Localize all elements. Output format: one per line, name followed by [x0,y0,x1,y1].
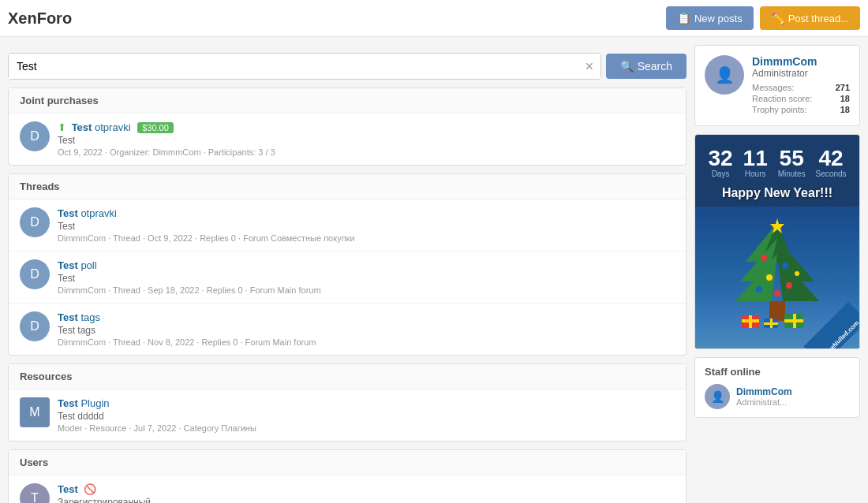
list-item: T Test 🚫 Зарегистрированный Messages: 43… [9,475,686,503]
svg-point-13 [795,271,799,276]
result-link[interactable]: Test tags [58,311,100,323]
list-item: D Test poll Test DimmmCom · Thread · Sep… [9,251,686,304]
result-link[interactable]: Test poll [58,259,97,271]
user-avatar: 👤 [705,55,744,95]
result-title: Test poll [58,259,675,271]
staff-info: DimmmCom Administrat... [736,386,792,407]
search-clear-button[interactable]: ✕ [585,60,594,73]
result-desc: Test tags [58,325,675,336]
result-desc: Test [58,135,675,146]
search-icon: 🔍 [620,60,634,73]
new-posts-icon: 📋 [677,12,690,24]
result-link[interactable]: Test Plugin [58,397,110,409]
countdown-numbers: 32 Days 11 Hours 55 Minutes 42 Seconds [695,135,859,181]
result-title: Test Plugin [58,397,675,409]
result-meta: DimmmCom · Thread · Oct 9, 2022 · Replie… [58,233,675,243]
result-content: Test poll Test DimmmCom · Thread · Sep 1… [58,259,675,295]
svg-rect-6 [769,301,785,321]
avatar: M [20,397,50,427]
joint-purchases-section: Joint purchases D ⬆ Test otpravki $30.00 [8,88,687,166]
post-thread-button[interactable]: ✏️ Post thread... [760,6,860,30]
result-content: ⬆ Test otpravki $30.00 Test Oct 9, 2022 … [58,121,675,157]
resources-header: Resources [9,364,686,389]
price-badge: $30.00 [137,122,174,133]
users-header: Users [9,450,686,475]
post-thread-icon: ✏️ [771,12,784,24]
ban-icon: 🚫 [84,483,96,495]
result-link[interactable]: Test otpravki [72,121,134,133]
result-title: Test tags [58,311,675,323]
reaction-label: Reaction score: [752,94,812,103]
threads-section: Threads D Test otpravki Test DimmmCom · … [8,173,687,356]
result-desc: Зарегистрированный [58,497,675,503]
list-item: M Test Plugin Test ddddd Moder · Resourc… [9,389,686,441]
result-title: Test otpravki [58,207,675,219]
trophy-label: Trophy points: [752,105,806,114]
user-info: DimmmCom Administrator Messages: 271 Rea… [752,55,850,116]
upload-icon: ⬆ [58,121,66,133]
result-content: Test tags Test tags DimmmCom · Thread · … [58,311,675,347]
trophy-value: 18 [840,105,850,114]
result-link[interactable]: Test otpravki [58,207,117,219]
countdown-message: Happy New Year!!! [695,181,859,207]
avatar: D [20,311,50,341]
messages-value: 271 [836,83,850,92]
new-posts-button[interactable]: 📋 New posts [666,6,754,30]
result-meta: Moder · Resource · Jul 7, 2022 · Categor… [58,423,675,433]
svg-point-11 [786,282,792,289]
joint-purchases-header: Joint purchases [9,88,686,114]
messages-label: Messages: [752,83,794,92]
staff-online-title: Staff online [705,366,850,378]
result-desc: Test [58,221,675,232]
countdown-minutes: 55 Minutes [778,147,806,178]
user-card: 👤 DimmmCom Administrator Messages: 271 R… [694,45,860,126]
staff-role: Administrat... [736,397,792,407]
result-desc: Test ddddd [58,411,675,422]
countdown-days: 32 Days [708,147,732,178]
search-input[interactable] [9,54,600,79]
result-desc: Test [58,273,675,284]
result-meta: Oct 9, 2022 · Organizer: DimmmCom · Part… [58,147,675,157]
staff-online-card: Staff online 👤 DimmmCom Administrat... [694,357,860,418]
result-content: Test 🚫 Зарегистрированный Messages: 43 ·… [58,483,675,503]
result-title: Test 🚫 [58,483,675,495]
svg-point-10 [766,274,773,281]
user-role: Administrator [752,68,850,79]
result-content: Test Plugin Test ddddd Moder · Resource … [58,397,675,433]
svg-point-9 [782,263,788,269]
users-section: Users T Test 🚫 Зарегистрированный Messag… [8,449,687,503]
list-item: D Test otpravki Test DimmmCom · Thread ·… [9,199,686,251]
threads-header: Threads [9,174,686,199]
avatar: D [20,207,50,237]
result-meta: DimmmCom · Thread · Sep 18, 2022 · Repli… [58,285,675,295]
avatar: D [20,259,50,289]
svg-point-12 [756,286,762,292]
avatar: D [20,121,50,151]
user-name[interactable]: DimmmCom [752,55,850,68]
list-item: D ⬆ Test otpravki $30.00 Test Oct 9, 202… [9,114,686,165]
avatar: T [20,483,50,503]
user-stats: Messages: 271 Reaction score: 18 Trophy … [752,83,850,114]
resources-section: Resources M Test Plugin Test ddddd Moder… [8,363,687,442]
staff-member: 👤 DimmmCom Administrat... [705,384,850,409]
svg-rect-17 [742,319,759,322]
site-title: XenForo [8,9,72,28]
svg-rect-23 [784,319,803,322]
staff-avatar: 👤 [705,384,730,409]
list-item: D Test tags Test tags DimmmCom · Thread … [9,304,686,355]
reaction-value: 18 [840,94,850,103]
countdown-hours: 11 Hours [743,147,768,178]
search-button[interactable]: 🔍 Search [606,54,687,79]
svg-point-8 [761,255,767,261]
result-link[interactable]: Test [58,483,78,495]
result-title: ⬆ Test otpravki $30.00 [58,121,675,133]
staff-name[interactable]: DimmmCom [736,386,792,397]
svg-point-14 [774,290,780,296]
svg-rect-20 [764,322,778,325]
result-meta: DimmmCom · Thread · Nov 8, 2022 · Replie… [58,337,675,347]
countdown-card: 32 Days 11 Hours 55 Minutes 42 Seconds [694,134,860,349]
result-content: Test otpravki Test DimmmCom · Thread · O… [58,207,675,243]
countdown-seconds: 42 Seconds [816,147,847,178]
